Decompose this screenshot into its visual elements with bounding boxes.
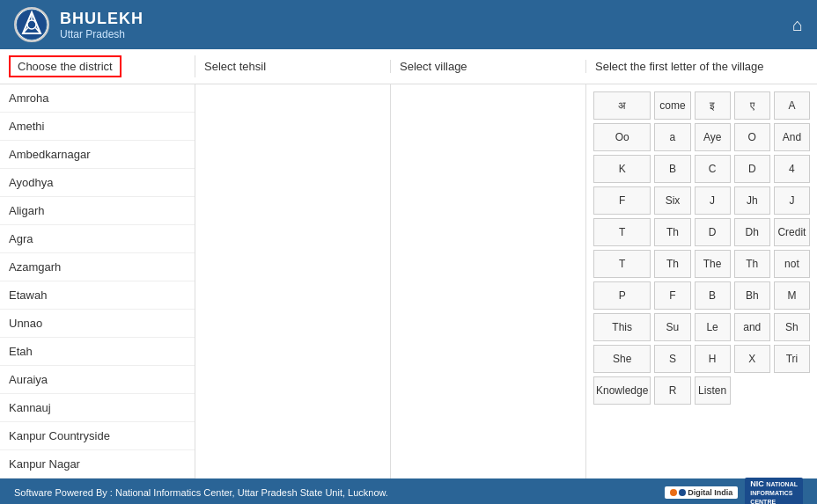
district-item[interactable]: Unnao	[0, 310, 195, 338]
letter-cell[interactable]: Jh	[734, 186, 770, 215]
letter-cell[interactable]: D	[695, 218, 731, 246]
village-column-header: Select village	[391, 60, 586, 73]
letter-cell[interactable]: T	[593, 250, 651, 278]
letter-grid-panel: अcomeइएAOoaAyeOAndKBCD4FSixJJhJTThDDhCre…	[586, 84, 817, 478]
letter-cell[interactable]: इ	[695, 91, 731, 120]
district-item[interactable]: Etawah	[0, 281, 195, 310]
letter-cell[interactable]: Credit	[774, 218, 810, 246]
letter-cell[interactable]: A	[774, 91, 810, 120]
district-item[interactable]: Kanpur Countryside	[0, 422, 195, 450]
letter-cell[interactable]: J	[774, 186, 810, 215]
home-icon[interactable]: ⌂	[792, 15, 803, 35]
letter-cell[interactable]: come	[654, 91, 690, 120]
letter-cell[interactable]: Le	[695, 313, 731, 341]
district-item[interactable]: Amroha	[0, 84, 195, 113]
letter-cell[interactable]: P	[593, 281, 651, 310]
letter-cell[interactable]: She	[593, 345, 651, 373]
district-item[interactable]: Amethi	[0, 113, 195, 141]
letter-cell[interactable]: Six	[654, 186, 690, 215]
letter-cell[interactable]: B	[654, 155, 690, 183]
content-area: AmrohaAmethiAmbedkarnagarAyodhyaAligarhA…	[0, 84, 817, 478]
letter-cell[interactable]: C	[695, 155, 731, 183]
app-logo	[14, 7, 49, 42]
letter-cell[interactable]: F	[654, 281, 690, 310]
letter-cell	[734, 376, 770, 405]
app-footer: Software Powered By : National Informati…	[0, 478, 817, 504]
letter-cell[interactable]: H	[695, 345, 731, 373]
header-title: BHULEKH Uttar Pradesh	[60, 10, 144, 40]
letter-cell[interactable]: K	[593, 155, 651, 183]
letter-cell[interactable]: O	[734, 123, 770, 151]
dot-orange	[670, 489, 677, 496]
district-item[interactable]: Etah	[0, 338, 195, 366]
letter-cell[interactable]: F	[593, 186, 651, 215]
letter-cell[interactable]: 4	[774, 155, 810, 183]
letter-cell[interactable]: Bh	[734, 281, 770, 310]
letter-cell[interactable]: Su	[654, 313, 690, 341]
letter-cell[interactable]: J	[695, 186, 731, 215]
app-header: BHULEKH Uttar Pradesh ⌂	[0, 0, 817, 49]
district-list[interactable]: AmrohaAmethiAmbedkarnagarAyodhyaAligarhA…	[0, 84, 195, 478]
district-item[interactable]: Aligarh	[0, 197, 195, 225]
letter-cell[interactable]: X	[734, 345, 770, 373]
letter-cell[interactable]: D	[734, 155, 770, 183]
letter-cell[interactable]: Sh	[774, 313, 810, 341]
digital-india-badge: Digital India	[665, 486, 738, 499]
letter-cell	[774, 376, 810, 405]
letter-cell[interactable]: Oo	[593, 123, 651, 151]
tehsil-column-header: Select tehsil	[195, 60, 391, 73]
letter-grid: अcomeइएAOoaAyeOAndKBCD4FSixJJhJTThDDhCre…	[593, 91, 810, 405]
letter-cell[interactable]: B	[695, 281, 731, 310]
footer-logos: Digital India NIC NATIONALINFORMATICSCEN…	[665, 478, 803, 504]
district-item[interactable]: Kanpur Nagar	[0, 450, 195, 478]
letter-cell[interactable]: अ	[593, 91, 651, 120]
district-item[interactable]: Ambedkarnagar	[0, 141, 195, 169]
app-name: BHULEKH	[60, 10, 144, 28]
tehsil-panel	[195, 84, 391, 478]
first-letter-column-header: Select the first letter of the village	[586, 60, 817, 73]
letter-cell[interactable]: and	[734, 313, 770, 341]
letter-cell[interactable]: Listen	[695, 376, 731, 405]
letter-cell[interactable]: R	[654, 376, 690, 405]
district-column-header: Choose the district	[0, 55, 195, 77]
letter-cell[interactable]: And	[774, 123, 810, 151]
letter-cell[interactable]: Tri	[774, 345, 810, 373]
letter-cell[interactable]: S	[654, 345, 690, 373]
district-item[interactable]: Azamgarh	[0, 253, 195, 281]
dot-blue	[679, 489, 686, 496]
letter-cell[interactable]: Aye	[695, 123, 731, 151]
header-left: BHULEKH Uttar Pradesh	[14, 7, 144, 42]
state-name: Uttar Pradesh	[60, 28, 144, 40]
letter-cell[interactable]: Th	[734, 250, 770, 278]
letter-cell[interactable]: T	[593, 218, 651, 246]
letter-cell[interactable]: not	[774, 250, 810, 278]
letter-cell[interactable]: The	[695, 250, 731, 278]
column-headers: Choose the district Select tehsil Select…	[0, 49, 817, 84]
letter-cell[interactable]: ए	[734, 91, 770, 120]
letter-cell[interactable]: M	[774, 281, 810, 310]
letter-cell[interactable]: Knowledge	[593, 376, 651, 405]
letter-cell[interactable]: Dh	[734, 218, 770, 246]
nic-badge: NIC NATIONALINFORMATICSCENTRE	[745, 478, 803, 504]
village-panel	[391, 84, 586, 478]
district-item[interactable]: Auraiya	[0, 366, 195, 394]
letter-cell[interactable]: Th	[654, 250, 690, 278]
district-item[interactable]: Ayodhya	[0, 169, 195, 197]
footer-powered-by: Software Powered By : National Informati…	[14, 487, 388, 498]
choose-district-label: Choose the district	[9, 55, 121, 77]
nic-label: NIC	[750, 479, 764, 488]
letter-cell[interactable]: This	[593, 313, 651, 341]
digital-india-label: Digital India	[688, 488, 732, 497]
letter-cell[interactable]: Th	[654, 218, 690, 246]
letter-cell[interactable]: a	[654, 123, 690, 151]
district-item[interactable]: Kannauj	[0, 394, 195, 422]
district-item[interactable]: Agra	[0, 225, 195, 253]
